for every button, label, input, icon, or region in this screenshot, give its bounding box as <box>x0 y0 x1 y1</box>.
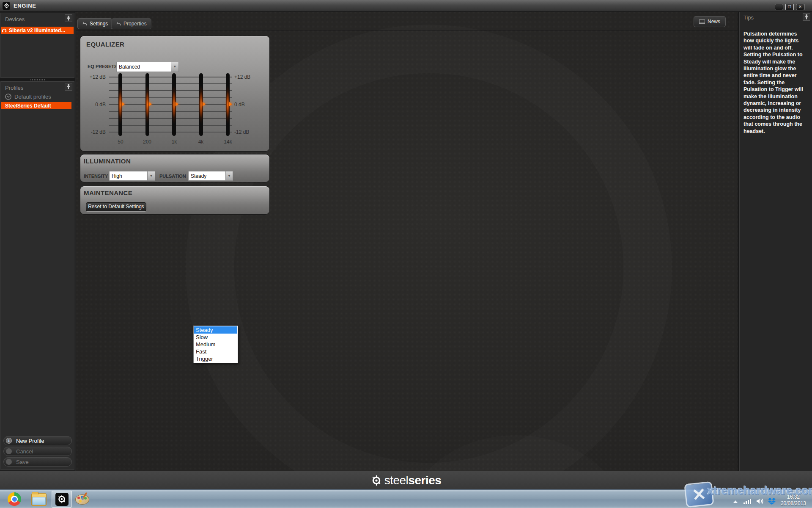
illumination-panel: ILLUMINATION INTENSITY High ▼ PULSATION … <box>80 155 269 182</box>
eq-scale-top-right: +12 dB <box>234 74 259 80</box>
new-profile-button[interactable]: + New Profile <box>3 436 72 445</box>
eq-thumb[interactable] <box>122 102 125 106</box>
taskbar: 16:32 20/08/2013 <box>0 489 812 508</box>
pin-tips-button[interactable] <box>803 13 810 21</box>
taskbar-clock[interactable]: 16:32 20/08/2013 <box>781 494 810 507</box>
maintenance-title: MAINTENANCE <box>84 189 132 196</box>
eq-band-label-50: 50 <box>112 139 129 145</box>
brand-logo: steelseries <box>384 474 442 487</box>
paint-icon[interactable] <box>75 493 90 505</box>
steelseries-gear-icon <box>3 2 10 10</box>
profile-label: SteelSeries Default <box>5 103 51 109</box>
chevron-down-icon[interactable]: ▼ <box>171 62 179 72</box>
pulsation-label: PULSATION <box>159 174 186 179</box>
dropbox-icon[interactable] <box>768 498 776 505</box>
eq-slider-50[interactable] <box>118 73 122 136</box>
device-item-siberia[interactable]: Siberia v2 Illuminated... <box>1 27 74 34</box>
plus-icon: + <box>6 438 12 444</box>
steelseries-gear-icon <box>55 493 69 506</box>
chrome-icon[interactable] <box>8 492 21 506</box>
tips-panel: Tips Pulsation determines how quickly th… <box>739 12 812 471</box>
clock-date: 20/08/2013 <box>781 500 806 507</box>
reset-defaults-button[interactable]: Reset to Default Settings <box>86 202 146 211</box>
window-title: ENGINE <box>14 3 36 9</box>
eq-scale-bot-right: -12 dB <box>234 129 259 135</box>
tips-title: Tips <box>740 12 812 21</box>
equalizer-panel: EQUALIZER EQ PRESETS Balanced ▼ +12 dB 0… <box>80 36 269 151</box>
equalizer-title: EQUALIZER <box>86 41 124 48</box>
minimize-button[interactable]: – <box>775 4 783 10</box>
illumination-title: ILLUMINATION <box>84 157 131 165</box>
pulsation-value: Steady <box>188 171 225 181</box>
devices-panel-title: Devices <box>1 13 74 22</box>
save-button[interactable]: Save <box>3 457 72 467</box>
dropdown-option-slow[interactable]: Slow <box>194 334 237 341</box>
tab-properties[interactable]: Properties <box>111 18 151 29</box>
tab-settings[interactable]: Settings <box>77 18 112 29</box>
pulsation-combobox[interactable]: Steady ▼ <box>188 171 233 181</box>
eq-grid <box>109 77 232 133</box>
cancel-button[interactable]: Cancel <box>3 447 72 456</box>
eq-band-label-200: 200 <box>139 139 156 145</box>
pulsation-dropdown-list: Steady Slow Medium Fast Trigger <box>193 326 238 363</box>
device-label: Siberia v2 Illuminated... <box>9 28 65 33</box>
chevron-down-icon[interactable]: ▼ <box>225 171 233 181</box>
eq-preset-combobox[interactable]: Balanced ▼ <box>116 62 179 72</box>
dropdown-option-fast[interactable]: Fast <box>194 348 237 355</box>
footer-brand-bar: steelseries <box>0 471 812 489</box>
system-tray: 16:32 20/08/2013 <box>733 490 810 508</box>
pin-devices-button[interactable] <box>65 14 72 22</box>
network-signal-icon[interactable] <box>743 499 751 504</box>
dropdown-option-trigger[interactable]: Trigger <box>194 355 237 362</box>
headset-icon <box>1 28 7 33</box>
clock-time: 16:32 <box>781 494 806 500</box>
curved-arrow-icon <box>116 22 121 26</box>
intensity-value: High <box>109 171 147 181</box>
titlebar: ENGINE – ❐ ✕ <box>0 0 812 12</box>
steelseries-engine-taskbar-button[interactable] <box>52 491 72 508</box>
profile-item-steelseries-default[interactable]: SteelSeries Default <box>1 102 71 109</box>
circle-icon <box>6 459 12 465</box>
panel-splitter[interactable] <box>0 78 75 81</box>
dropdown-option-steady[interactable]: Steady <box>194 326 237 334</box>
eq-thumb[interactable] <box>229 102 232 106</box>
steelseries-gear-icon <box>371 475 382 486</box>
eq-preset-value: Balanced <box>116 62 171 72</box>
circle-icon <box>6 448 12 454</box>
eq-band-label-14k: 14k <box>219 139 236 145</box>
intensity-label: INTENSITY <box>84 174 108 179</box>
sidebar: Devices Siberia v2 Illuminated... Profil… <box>0 12 75 471</box>
default-profiles-label: Default profiles <box>14 94 51 100</box>
eq-slider-200[interactable] <box>145 73 149 136</box>
eq-band-label-4k: 4k <box>192 139 209 145</box>
speaker-icon[interactable] <box>756 498 764 505</box>
maintenance-panel: MAINTENANCE Reset to Default Settings <box>80 186 269 214</box>
news-button[interactable]: News <box>694 16 726 27</box>
newspaper-icon <box>699 19 705 24</box>
explorer-icon[interactable] <box>31 493 47 506</box>
eq-scale-mid-right: 0 dB <box>234 102 259 108</box>
eq-thumb[interactable] <box>176 102 178 106</box>
eq-thumb[interactable] <box>203 102 206 106</box>
tips-body-text: Pulsation determines how quickly the lig… <box>743 30 807 135</box>
default-profiles-group[interactable]: Default profiles <box>5 93 51 100</box>
curved-arrow-icon <box>82 22 88 26</box>
eq-scale-mid-left: 0 dB <box>81 102 106 108</box>
eq-slider-14k[interactable] <box>226 73 230 136</box>
intensity-combobox[interactable]: High ▼ <box>109 171 155 181</box>
eq-band-label-1k: 1k <box>166 139 183 145</box>
chevron-down-icon[interactable]: ▼ <box>147 171 155 181</box>
eq-slider-1k[interactable] <box>172 73 176 136</box>
show-hidden-icons-icon[interactable] <box>733 500 738 503</box>
eq-presets-label: EQ PRESETS <box>88 64 117 69</box>
pin-profiles-button[interactable] <box>65 83 72 91</box>
close-button[interactable]: ✕ <box>796 4 804 10</box>
profiles-panel-title: Profiles <box>1 82 74 91</box>
profiles-panel: Profiles Default profiles SteelSeries De… <box>0 81 74 470</box>
main-content: Settings Properties News EQUALIZER EQ PR… <box>76 12 738 471</box>
eq-thumb[interactable] <box>149 102 152 106</box>
eq-slider-4k[interactable] <box>199 73 203 136</box>
restore-button[interactable]: ❐ <box>785 4 794 10</box>
dropdown-option-medium[interactable]: Medium <box>194 341 237 348</box>
devices-panel: Devices Siberia v2 Illuminated... <box>0 13 74 78</box>
